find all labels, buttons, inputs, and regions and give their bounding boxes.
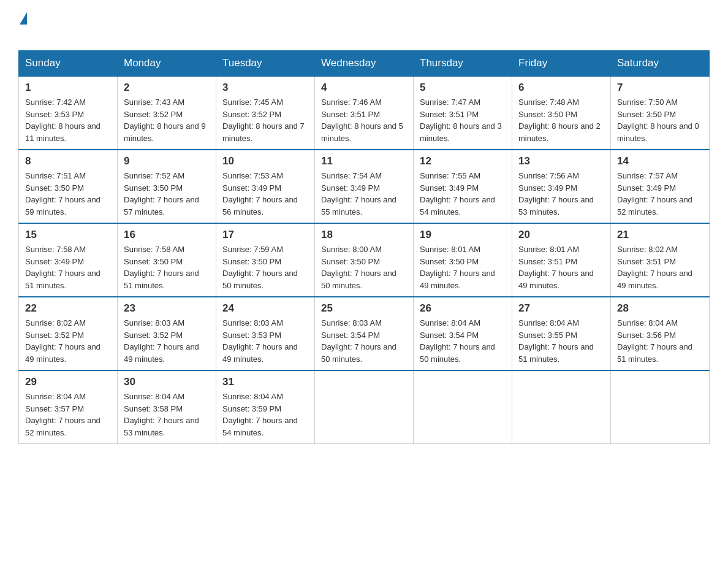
- day-number: 14: [617, 155, 703, 167]
- sunrise-label: Sunrise: 7:53 AM: [222, 171, 283, 180]
- sunset-label: Sunset: 3:52 PM: [124, 331, 183, 340]
- calendar-day-cell: 5 Sunrise: 7:47 AM Sunset: 3:51 PM Dayli…: [414, 76, 512, 150]
- day-info: Sunrise: 7:42 AM Sunset: 3:53 PM Dayligh…: [25, 96, 111, 144]
- calendar-day-cell: 3 Sunrise: 7:45 AM Sunset: 3:52 PM Dayli…: [216, 76, 315, 150]
- daylight-label: Daylight: 8 hours and 5 minutes.: [321, 121, 403, 143]
- calendar-day-header: Sunday: [19, 51, 118, 77]
- day-info: Sunrise: 8:04 AM Sunset: 3:58 PM Dayligh…: [124, 391, 210, 439]
- calendar-day-cell: 17 Sunrise: 7:59 AM Sunset: 3:50 PM Dayl…: [216, 223, 315, 297]
- daylight-label: Daylight: 7 hours and 49 minutes.: [124, 342, 199, 364]
- sunset-label: Sunset: 3:52 PM: [25, 331, 84, 340]
- daylight-label: Daylight: 7 hours and 50 minutes.: [420, 342, 495, 364]
- day-number: 7: [617, 82, 703, 94]
- sunset-label: Sunset: 3:56 PM: [617, 331, 676, 340]
- sunrise-label: Sunrise: 7:54 AM: [321, 171, 382, 180]
- daylight-label: Daylight: 7 hours and 53 minutes.: [124, 416, 199, 437]
- daylight-label: Daylight: 7 hours and 50 minutes.: [321, 269, 396, 290]
- day-number: 1: [25, 82, 111, 94]
- daylight-label: Daylight: 8 hours and 3 minutes.: [420, 121, 502, 143]
- day-number: 10: [222, 155, 308, 167]
- day-info: Sunrise: 8:03 AM Sunset: 3:52 PM Dayligh…: [124, 317, 210, 365]
- sunrise-label: Sunrise: 7:55 AM: [420, 171, 480, 180]
- sunrise-label: Sunrise: 7:43 AM: [124, 98, 184, 107]
- calendar-day-cell: 8 Sunrise: 7:51 AM Sunset: 3:50 PM Dayli…: [19, 150, 118, 223]
- day-info: Sunrise: 8:04 AM Sunset: 3:56 PM Dayligh…: [617, 317, 703, 365]
- sunset-label: Sunset: 3:50 PM: [222, 257, 281, 266]
- calendar-day-cell: 29 Sunrise: 8:04 AM Sunset: 3:57 PM Dayl…: [19, 370, 118, 444]
- day-number: 28: [617, 302, 703, 315]
- sunset-label: Sunset: 3:57 PM: [25, 404, 84, 413]
- calendar-day-cell: 14 Sunrise: 7:57 AM Sunset: 3:49 PM Dayl…: [611, 150, 710, 223]
- day-info: Sunrise: 7:47 AM Sunset: 3:51 PM Dayligh…: [420, 96, 506, 144]
- daylight-label: Daylight: 7 hours and 51 minutes.: [617, 342, 692, 364]
- sunrise-label: Sunrise: 7:45 AM: [222, 98, 283, 107]
- sunrise-label: Sunrise: 8:04 AM: [25, 392, 86, 401]
- calendar-day-cell: 15 Sunrise: 7:58 AM Sunset: 3:49 PM Dayl…: [19, 223, 118, 297]
- calendar-day-cell: 31 Sunrise: 8:04 AM Sunset: 3:59 PM Dayl…: [216, 370, 315, 444]
- day-number: 18: [321, 229, 407, 241]
- sunrise-label: Sunrise: 8:04 AM: [222, 392, 283, 401]
- calendar-day-header: Saturday: [611, 51, 710, 77]
- day-info: Sunrise: 7:53 AM Sunset: 3:49 PM Dayligh…: [222, 170, 308, 218]
- sunrise-label: Sunrise: 7:42 AM: [25, 98, 86, 107]
- daylight-label: Daylight: 7 hours and 57 minutes.: [124, 195, 199, 216]
- calendar-day-cell: 4 Sunrise: 7:46 AM Sunset: 3:51 PM Dayli…: [315, 76, 414, 150]
- sunset-label: Sunset: 3:58 PM: [124, 404, 183, 413]
- day-info: Sunrise: 8:02 AM Sunset: 3:51 PM Dayligh…: [617, 243, 703, 291]
- sunset-label: Sunset: 3:52 PM: [124, 110, 183, 119]
- day-info: Sunrise: 7:59 AM Sunset: 3:50 PM Dayligh…: [222, 243, 308, 291]
- daylight-label: Daylight: 7 hours and 52 minutes.: [25, 416, 100, 437]
- sunset-label: Sunset: 3:59 PM: [222, 404, 281, 413]
- logo: [18, 12, 27, 38]
- calendar-day-cell: [315, 370, 414, 444]
- calendar-day-cell: 21 Sunrise: 8:02 AM Sunset: 3:51 PM Dayl…: [611, 223, 710, 297]
- sunset-label: Sunset: 3:49 PM: [321, 183, 380, 193]
- calendar-day-cell: 22 Sunrise: 8:02 AM Sunset: 3:52 PM Dayl…: [19, 297, 118, 370]
- day-number: 9: [124, 155, 210, 167]
- daylight-label: Daylight: 7 hours and 50 minutes.: [321, 342, 396, 364]
- calendar-day-cell: 25 Sunrise: 8:03 AM Sunset: 3:54 PM Dayl…: [315, 297, 414, 370]
- daylight-label: Daylight: 7 hours and 51 minutes.: [518, 342, 594, 364]
- calendar-day-cell: 27 Sunrise: 8:04 AM Sunset: 3:55 PM Dayl…: [512, 297, 611, 370]
- day-info: Sunrise: 8:04 AM Sunset: 3:59 PM Dayligh…: [222, 391, 308, 439]
- sunset-label: Sunset: 3:55 PM: [518, 331, 577, 340]
- sunrise-label: Sunrise: 7:50 AM: [617, 98, 678, 107]
- sunrise-label: Sunrise: 7:48 AM: [518, 98, 579, 107]
- sunset-label: Sunset: 3:53 PM: [222, 331, 281, 340]
- calendar-day-header: Monday: [118, 51, 216, 77]
- sunrise-label: Sunrise: 8:04 AM: [124, 392, 184, 401]
- sunrise-label: Sunrise: 8:02 AM: [617, 245, 678, 254]
- calendar-day-cell: 11 Sunrise: 7:54 AM Sunset: 3:49 PM Dayl…: [315, 150, 414, 223]
- calendar-week-row: 22 Sunrise: 8:02 AM Sunset: 3:52 PM Dayl…: [19, 297, 710, 370]
- day-number: 20: [518, 229, 604, 241]
- sunrise-label: Sunrise: 7:58 AM: [124, 245, 184, 254]
- day-number: 21: [617, 229, 703, 241]
- daylight-label: Daylight: 7 hours and 55 minutes.: [321, 195, 396, 216]
- day-number: 17: [222, 229, 308, 241]
- daylight-label: Daylight: 7 hours and 51 minutes.: [124, 269, 199, 290]
- day-info: Sunrise: 8:02 AM Sunset: 3:52 PM Dayligh…: [25, 317, 111, 365]
- calendar-day-cell: 2 Sunrise: 7:43 AM Sunset: 3:52 PM Dayli…: [118, 76, 216, 150]
- daylight-label: Daylight: 7 hours and 49 minutes.: [420, 269, 495, 290]
- sunrise-label: Sunrise: 8:03 AM: [321, 318, 382, 327]
- day-number: 30: [124, 376, 210, 388]
- sunrise-label: Sunrise: 7:51 AM: [25, 171, 86, 180]
- day-info: Sunrise: 8:03 AM Sunset: 3:53 PM Dayligh…: [222, 317, 308, 365]
- calendar-day-header: Thursday: [414, 51, 512, 77]
- day-number: 23: [124, 302, 210, 315]
- day-number: 13: [518, 155, 604, 167]
- calendar-day-cell: [512, 370, 611, 444]
- day-info: Sunrise: 7:52 AM Sunset: 3:50 PM Dayligh…: [124, 170, 210, 218]
- sunrise-label: Sunrise: 7:56 AM: [518, 171, 579, 180]
- sunset-label: Sunset: 3:50 PM: [321, 257, 380, 266]
- day-info: Sunrise: 7:51 AM Sunset: 3:50 PM Dayligh…: [25, 170, 111, 218]
- page-header: [18, 12, 710, 38]
- daylight-label: Daylight: 7 hours and 49 minutes.: [222, 342, 298, 364]
- daylight-label: Daylight: 7 hours and 49 minutes.: [25, 342, 100, 364]
- sunset-label: Sunset: 3:51 PM: [617, 257, 676, 266]
- logo-triangle-icon: [20, 12, 27, 25]
- day-number: 25: [321, 302, 407, 315]
- day-info: Sunrise: 7:48 AM Sunset: 3:50 PM Dayligh…: [518, 96, 604, 144]
- calendar-day-cell: [611, 370, 710, 444]
- day-number: 27: [518, 302, 604, 315]
